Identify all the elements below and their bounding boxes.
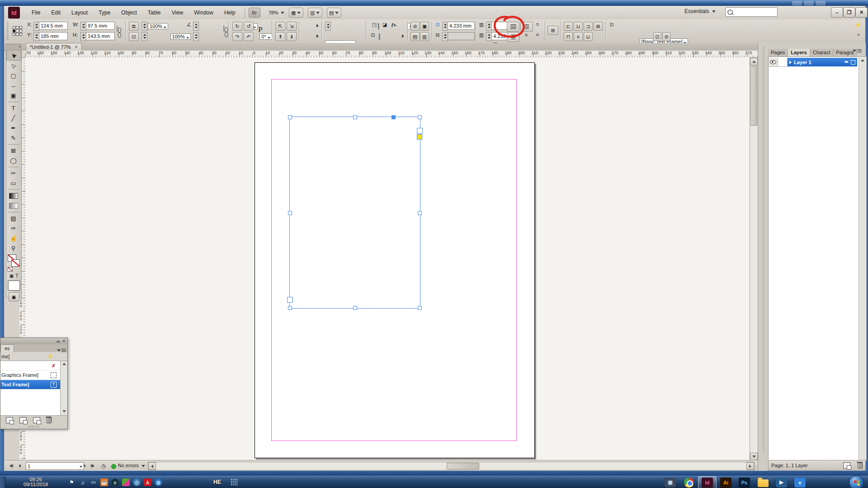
taskbar-clock[interactable]: 09:26 09/11/2018 bbox=[11, 477, 61, 487]
scroll-up-icon[interactable] bbox=[861, 59, 864, 61]
live-draw-lightning-icon[interactable]: ⚡ bbox=[854, 22, 862, 28]
new-style-icon[interactable] bbox=[33, 417, 40, 423]
document-tab[interactable]: *Untitled-1 @ 77% ✕ bbox=[26, 43, 82, 51]
clear-overrides-icon[interactable] bbox=[19, 417, 27, 423]
taskbar-app-taskbar-app-chrome[interactable] bbox=[679, 476, 698, 488]
clear-attributes-icon[interactable]: ⊘ bbox=[662, 32, 670, 41]
screen-mode-button[interactable]: ▣ bbox=[9, 292, 19, 301]
taskbar-app-taskbar-app-internet-explorer[interactable]: e bbox=[791, 476, 809, 488]
taskbar-app-taskbar-app-media-player[interactable]: ▶ bbox=[772, 476, 791, 488]
selected-text-frame[interactable] bbox=[289, 117, 420, 309]
tool-page-tool[interactable]: ▢ bbox=[6, 70, 20, 80]
panel-tab[interactable]: Pages bbox=[768, 49, 788, 56]
flip-vertical-icon[interactable]: ↶ bbox=[244, 32, 254, 41]
scroll-right-arrow[interactable] bbox=[746, 462, 754, 470]
styles-scrollbar[interactable] bbox=[60, 361, 67, 415]
align-middle-icon[interactable]: ≡ bbox=[574, 32, 583, 41]
panel-resize-grip[interactable] bbox=[0, 425, 67, 428]
view-options-dropdown[interactable]: ▦ bbox=[289, 8, 303, 18]
page-number-field[interactable]: 1 bbox=[26, 462, 84, 470]
tool-zoom-tool[interactable]: ⚲ bbox=[6, 243, 20, 253]
first-page-button[interactable] bbox=[8, 462, 15, 469]
effects-arrow-icon[interactable] bbox=[402, 34, 404, 38]
menu-item[interactable]: File bbox=[26, 6, 46, 19]
formatting-container-icon[interactable]: ▣ bbox=[9, 273, 14, 278]
baseline-equal2-icon[interactable]: = bbox=[534, 32, 541, 38]
gutter-field[interactable]: 4.233 m bbox=[491, 32, 509, 40]
vertical-justify-top-button[interactable] bbox=[507, 22, 519, 32]
menu-item[interactable]: View bbox=[166, 6, 189, 19]
collapse-panel-chevrons[interactable]: «« bbox=[56, 339, 59, 344]
columns-field[interactable]: 1 bbox=[491, 22, 509, 30]
rotate-cw-icon[interactable]: ↻ bbox=[232, 22, 242, 31]
y-field[interactable]: 185 mm bbox=[39, 32, 68, 40]
align-left-edges-icon[interactable]: ⊏ bbox=[564, 22, 573, 31]
panel-menu-icon[interactable] bbox=[851, 49, 863, 52]
vertical-justify-bottom-button[interactable] bbox=[507, 32, 519, 42]
taskbar-app-taskbar-app-explorer[interactable] bbox=[754, 476, 772, 488]
show-desktop-button[interactable] bbox=[0, 476, 5, 488]
menu-item[interactable]: Window bbox=[189, 6, 219, 19]
expand-triangle-icon[interactable] bbox=[789, 61, 792, 64]
taskbar-app-taskbar-app-vmware[interactable]: ▣ bbox=[661, 476, 679, 488]
scroll-down-icon[interactable] bbox=[62, 410, 66, 413]
text-in-port[interactable] bbox=[417, 128, 423, 134]
maximize-button[interactable]: ❐ bbox=[843, 7, 855, 18]
close-button[interactable]: ✕ bbox=[855, 7, 868, 18]
pasteboard[interactable] bbox=[25, 57, 750, 460]
close-tab-icon[interactable]: ✕ bbox=[75, 43, 78, 51]
vertical-inset-icon[interactable]: ⊟ bbox=[434, 32, 441, 38]
tray-icon-emsisoft-icon[interactable]: ◎ bbox=[133, 479, 141, 486]
corner-options-icon[interactable]: ◳ bbox=[370, 22, 378, 28]
tool-type-tool[interactable]: T bbox=[6, 103, 20, 113]
fill-stroke-swatches[interactable] bbox=[6, 253, 20, 272]
auto-fit-icon[interactable]: ⧉ bbox=[129, 22, 139, 31]
tray-icon-flag-icon[interactable]: ⚑ bbox=[68, 479, 75, 486]
frame-handle-bottom-right[interactable] bbox=[418, 306, 422, 310]
menu-item[interactable]: Edit bbox=[46, 6, 66, 19]
wrap-bounding-box-icon[interactable]: ▣ bbox=[420, 22, 429, 31]
wrap-object-shape-icon[interactable]: ▤ bbox=[410, 32, 420, 41]
zoom-level-dropdown[interactable]: 78% bbox=[269, 10, 284, 15]
taskbar-app-taskbar-app-photoshop[interactable]: Ps bbox=[735, 476, 754, 488]
auto-fit2-icon[interactable]: ⊡ bbox=[129, 32, 139, 41]
reference-point-proxy[interactable] bbox=[13, 26, 22, 36]
frame-fitting-icon[interactable]: ⊡ bbox=[434, 22, 441, 28]
panel-menu-icon[interactable] bbox=[56, 349, 67, 352]
layer-selected[interactable]: Layer 1 ✒ bbox=[788, 58, 857, 66]
vertical-justify-center-button[interactable] bbox=[520, 22, 533, 32]
tray-icon-java-icon[interactable]: ☕ bbox=[100, 479, 108, 486]
tool-selection-tool[interactable]: ◀ bbox=[6, 50, 21, 61]
dock-grip[interactable] bbox=[763, 47, 764, 453]
x-field[interactable]: 124.5 mm bbox=[39, 22, 68, 30]
stroke-swatch-arrow-icon[interactable] bbox=[316, 24, 319, 28]
formatting-text-icon[interactable]: T bbox=[15, 273, 18, 278]
tools-panel-chevrons[interactable]: » bbox=[6, 44, 21, 50]
select-container-icon[interactable]: ⇱ bbox=[275, 22, 285, 31]
search-input[interactable] bbox=[725, 7, 778, 17]
tray-icon-eset-icon[interactable]: e bbox=[111, 479, 119, 486]
swap-fill-stroke-icon[interactable] bbox=[8, 267, 13, 272]
text-out-port[interactable] bbox=[287, 297, 293, 303]
tool-rectangle-frame-tool[interactable]: ⊠ bbox=[6, 145, 20, 155]
object-style-row[interactable]: ✗ bbox=[0, 361, 67, 371]
scroll-up-icon[interactable] bbox=[62, 363, 66, 365]
scale-y-field[interactable]: 100% bbox=[170, 33, 191, 40]
delete-style-trash-icon[interactable] bbox=[47, 418, 52, 423]
scroll-left-arrow[interactable] bbox=[148, 462, 156, 470]
tray-dots-icon[interactable] bbox=[231, 479, 238, 486]
tray-icon-volume-muted-icon[interactable]: ♫ bbox=[79, 479, 86, 486]
selection-square-icon[interactable] bbox=[851, 60, 855, 65]
tool-eyedropper-tool[interactable]: ✑ bbox=[6, 223, 20, 233]
scale-y-stepper[interactable] bbox=[142, 32, 147, 41]
constrain-scale-link-icon[interactable] bbox=[223, 25, 224, 32]
drop-shadow-icon[interactable]: ◪ bbox=[381, 22, 389, 28]
scroll-up-arrow[interactable] bbox=[750, 58, 758, 66]
frame-handle-bottom-center[interactable] bbox=[353, 306, 357, 310]
frame-handle-solid[interactable] bbox=[392, 115, 396, 119]
live-corner-widget[interactable] bbox=[417, 134, 422, 140]
h-field[interactable]: 143.5 mm bbox=[86, 32, 115, 40]
rotate-ccw-icon[interactable]: ↺ bbox=[244, 22, 254, 31]
baseline-shift-icon[interactable]: ≡ bbox=[520, 32, 532, 38]
shear-stepper[interactable] bbox=[193, 22, 199, 31]
